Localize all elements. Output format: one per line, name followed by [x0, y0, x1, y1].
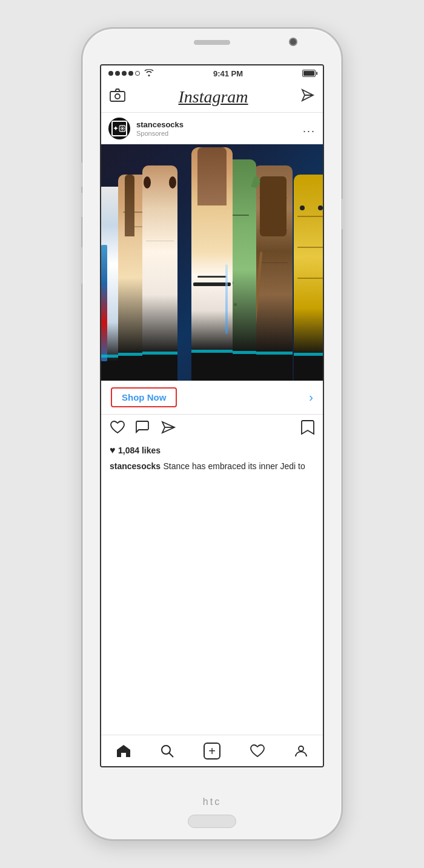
battery-icon: [302, 70, 316, 77]
avatar[interactable]: [108, 118, 130, 139]
post-sponsored: Sponsored: [136, 130, 184, 137]
post-username[interactable]: stancesocks: [136, 120, 184, 130]
avatar-inner: [111, 121, 127, 136]
nav-search-icon[interactable]: [160, 744, 174, 758]
power-button[interactable]: [341, 199, 343, 229]
status-time: 9:41 PM: [213, 69, 243, 78]
post-image: [101, 144, 323, 381]
camera-icon[interactable]: [110, 88, 125, 105]
sock-leia: [142, 165, 177, 381]
battery-area: [302, 70, 316, 77]
share-icon[interactable]: [161, 420, 176, 438]
speaker: [194, 40, 230, 45]
signal-area: [108, 69, 154, 78]
shop-now-button[interactable]: Shop Now: [111, 387, 177, 407]
post-user-info: stancesocks Sponsored: [108, 118, 184, 139]
svg-point-1: [115, 94, 120, 99]
svg-point-13: [299, 746, 303, 751]
socks-container: [101, 144, 323, 381]
wifi-icon: [144, 69, 154, 78]
nav-profile-icon[interactable]: [294, 744, 308, 758]
post-user-text: stancesocks Sponsored: [136, 120, 184, 137]
signal-dot-3: [122, 71, 127, 76]
likes-section: ♥ 1,084 likes: [101, 444, 323, 459]
volume-down-button[interactable]: [81, 193, 83, 217]
sock-c3po: [294, 175, 323, 381]
direct-send-icon[interactable]: [301, 88, 314, 105]
battery-fill: [303, 71, 314, 76]
comment-icon[interactable]: [135, 420, 151, 438]
front-camera: [289, 38, 297, 46]
like-icon[interactable]: [110, 420, 125, 438]
nav-heart-icon[interactable]: [250, 744, 265, 758]
phone-screen: 9:41 PM Instagram: [100, 64, 324, 767]
post-header: stancesocks Sponsored ...: [101, 113, 323, 144]
nav-home-icon[interactable]: [116, 744, 131, 758]
sock-chewie: [254, 165, 293, 381]
volume-up-button[interactable]: [81, 162, 83, 187]
bottom-nav: +: [101, 735, 323, 766]
lock-button[interactable]: [81, 247, 83, 284]
phone-shell: 9:41 PM Instagram: [82, 28, 342, 840]
post-more-button[interactable]: ...: [303, 122, 316, 135]
nav-add-button[interactable]: +: [204, 743, 220, 760]
chevron-right-icon[interactable]: ›: [309, 390, 313, 404]
action-left: [110, 420, 176, 438]
signal-dot-4: [128, 71, 133, 76]
bookmark-icon[interactable]: [301, 419, 314, 439]
phone-top-bar: [83, 29, 341, 64]
caption-text: Stance has embraced its inner Jedi to: [164, 461, 305, 471]
signal-dot-5: [135, 71, 140, 76]
sock-luke: [191, 147, 233, 381]
likes-count[interactable]: 1,084 likes: [118, 446, 161, 455]
action-bar: [101, 415, 323, 444]
home-button[interactable]: [188, 815, 236, 828]
caption-section: stancesocks Stance has embraced its inne…: [101, 459, 323, 475]
shop-now-bar: Shop Now ›: [101, 381, 323, 415]
signal-dot-2: [115, 71, 120, 76]
phone-bottom: htc: [188, 767, 236, 839]
svg-rect-0: [110, 92, 125, 101]
htc-logo: htc: [203, 796, 221, 807]
instagram-logo: Instagram: [178, 87, 248, 107]
likes-heart-icon: ♥: [110, 445, 116, 455]
caption-username[interactable]: stancesocks: [110, 461, 161, 471]
signal-dot-1: [108, 71, 113, 76]
instagram-header: Instagram: [101, 81, 323, 113]
svg-point-11: [162, 746, 170, 754]
status-bar: 9:41 PM: [101, 65, 323, 81]
svg-line-12: [169, 753, 173, 757]
